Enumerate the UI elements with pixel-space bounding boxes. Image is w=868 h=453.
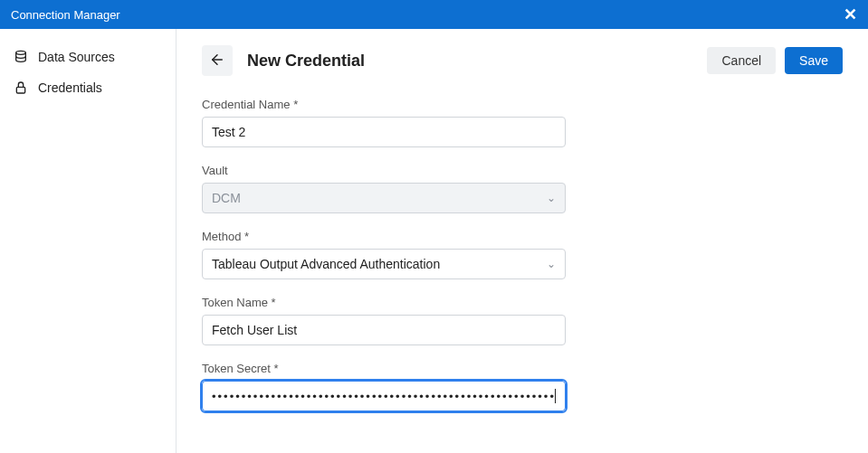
chevron-down-icon: ⌄ bbox=[547, 258, 556, 270]
svg-point-0 bbox=[16, 51, 26, 54]
credential-name-label: Credential Name * bbox=[202, 98, 566, 111]
main-content: New Credential Cancel Save Credential Na… bbox=[176, 29, 868, 453]
vault-value: DCM bbox=[212, 191, 241, 205]
token-name-label: Token Name * bbox=[202, 296, 566, 309]
vault-label: Vault bbox=[202, 164, 566, 177]
svg-rect-1 bbox=[16, 87, 24, 93]
method-label: Method * bbox=[202, 230, 566, 243]
back-button[interactable] bbox=[202, 45, 233, 76]
method-value: Tableau Output Advanced Authentication bbox=[212, 257, 440, 271]
credential-name-input[interactable] bbox=[202, 117, 566, 147]
vault-select: DCM ⌄ bbox=[202, 183, 566, 213]
sidebar-item-credentials[interactable]: Credentials bbox=[0, 72, 176, 103]
token-name-input[interactable] bbox=[202, 315, 566, 345]
text-caret bbox=[555, 389, 556, 403]
close-icon[interactable]: ✕ bbox=[844, 6, 857, 23]
method-select[interactable]: Tableau Output Advanced Authentication ⌄ bbox=[202, 249, 566, 279]
page-title: New Credential bbox=[247, 52, 365, 71]
save-button[interactable]: Save bbox=[785, 47, 843, 74]
chevron-down-icon: ⌄ bbox=[547, 192, 556, 204]
cancel-button[interactable]: Cancel bbox=[707, 47, 776, 74]
window-title: Connection Manager bbox=[11, 8, 120, 22]
sidebar-item-label: Data Sources bbox=[38, 50, 115, 64]
token-secret-value: ••••••••••••••••••••••••••••••••••••••••… bbox=[212, 391, 554, 402]
sidebar: Data Sources Credentials bbox=[0, 29, 176, 453]
titlebar: Connection Manager ✕ bbox=[0, 0, 868, 29]
sidebar-item-data-sources[interactable]: Data Sources bbox=[0, 42, 176, 72]
arrow-left-icon bbox=[209, 52, 225, 71]
token-secret-label: Token Secret * bbox=[202, 362, 566, 375]
database-icon bbox=[13, 49, 29, 65]
lock-icon bbox=[13, 80, 29, 96]
token-secret-input[interactable]: ••••••••••••••••••••••••••••••••••••••••… bbox=[202, 381, 566, 411]
credential-form: Credential Name * Vault DCM ⌄ Method * T… bbox=[202, 98, 566, 411]
sidebar-item-label: Credentials bbox=[38, 80, 102, 95]
